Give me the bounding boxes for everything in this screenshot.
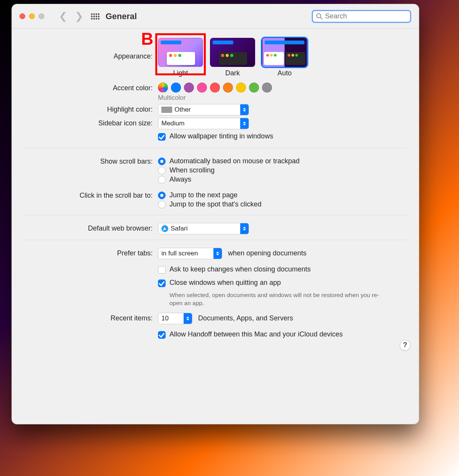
prefer-tabs-popup[interactable]: in full screen <box>158 248 222 259</box>
annotation-letter: B <box>141 29 153 49</box>
highlight-color-label: Highlight color: <box>23 104 158 114</box>
checkbox-icon <box>158 331 166 339</box>
prefer-tabs-value: in full screen <box>161 250 201 257</box>
traffic-lights <box>20 13 44 19</box>
popup-stepper-icon <box>213 248 222 259</box>
scrollbars-radio-always[interactable]: Always <box>158 175 407 184</box>
checkbox-icon <box>158 266 166 274</box>
click-scrollbar-opt-next: Jump to the next page <box>169 191 238 199</box>
sidebar-size-label: Sidebar icon size: <box>23 118 158 127</box>
help-button[interactable]: ? <box>400 340 410 351</box>
accent-swatch-pink[interactable] <box>197 83 207 93</box>
close-windows-checkbox[interactable]: Close windows when quitting an app <box>158 279 281 287</box>
ask-keep-changes-label: Ask to keep changes when closing documen… <box>169 265 311 273</box>
recent-items-value: 10 <box>161 315 172 322</box>
safari-icon <box>161 225 168 232</box>
recent-items-popup[interactable]: 10 <box>158 313 192 324</box>
system-preferences-window: ❮ ❯ General Appearance: <box>11 4 419 424</box>
appearance-caption-dark: Dark <box>210 69 255 77</box>
accent-swatch-red[interactable] <box>210 83 220 93</box>
wallpaper-tinting-checkbox[interactable]: Allow wallpaper tinting in windows <box>158 132 273 141</box>
scrollbars-opt-scrolling: When scrolling <box>169 166 215 174</box>
pane-title: General <box>106 11 137 21</box>
scrollbars-opt-auto: Automatically based on mouse or trackpad <box>169 157 299 165</box>
checkbox-icon <box>158 133 166 141</box>
recent-items-label: Recent items: <box>23 313 158 322</box>
svg-point-0 <box>317 13 321 18</box>
close-windows-label: Close windows when quitting an app <box>169 279 281 287</box>
forward-button[interactable]: ❯ <box>71 10 87 22</box>
checkbox-icon <box>158 279 166 287</box>
accent-swatch-orange[interactable] <box>223 83 233 93</box>
back-button[interactable]: ❮ <box>55 10 71 22</box>
accent-swatch-green[interactable] <box>249 83 259 93</box>
scrollbars-radio-auto[interactable]: Automatically based on mouse or trackpad <box>158 157 407 165</box>
highlight-swatch-icon <box>161 107 172 113</box>
prefer-tabs-suffix: when opening documents <box>228 249 306 257</box>
divider <box>23 240 407 240</box>
close-windows-helptext: When selected, open documents and window… <box>169 291 384 307</box>
click-scrollbar-label: Click in the scroll bar to: <box>23 190 158 200</box>
appearance-label: Appearance: <box>23 38 158 60</box>
appearance-option-auto[interactable]: Auto <box>262 38 307 77</box>
radio-icon <box>158 192 166 199</box>
minimize-window-button[interactable] <box>29 13 35 19</box>
appearance-option-dark[interactable]: Dark <box>210 38 255 77</box>
radio-icon <box>158 201 166 208</box>
accent-swatch-blue[interactable] <box>171 83 181 93</box>
popup-stepper-icon <box>240 118 249 129</box>
show-all-prefs-button[interactable] <box>91 13 99 19</box>
accent-swatch-purple[interactable] <box>184 83 194 93</box>
divider <box>23 215 407 215</box>
highlight-color-value: Other <box>174 106 194 114</box>
appearance-caption-light: Light <box>158 69 203 77</box>
zoom-window-button[interactable] <box>39 13 44 19</box>
highlight-color-popup[interactable]: Other <box>158 104 249 115</box>
radio-icon <box>158 167 166 174</box>
recent-items-suffix: Documents, Apps, and Servers <box>198 314 293 322</box>
handoff-label: Allow Handoff between this Mac and your … <box>169 330 343 338</box>
appearance-thumb-auto <box>262 38 307 67</box>
preferences-body: Appearance: B Light Dark <box>12 29 419 357</box>
close-window-button[interactable] <box>20 13 25 19</box>
default-browser-label: Default web browser: <box>23 223 158 232</box>
accent-color-label: Accent color: <box>23 83 158 92</box>
appearance-option-light[interactable]: Light <box>158 38 203 77</box>
click-scrollbar-opt-spot: Jump to the spot that's clicked <box>169 200 262 208</box>
search-icon <box>316 13 323 20</box>
default-browser-value: Safari <box>171 225 190 232</box>
click-scrollbar-radio-spot[interactable]: Jump to the spot that's clicked <box>158 200 407 208</box>
radio-icon <box>158 176 166 184</box>
scrollbars-radio-scrolling[interactable]: When scrolling <box>158 166 407 174</box>
sidebar-size-value: Medium <box>161 120 187 127</box>
ask-keep-changes-checkbox[interactable]: Ask to keep changes when closing documen… <box>158 265 311 274</box>
scrollbars-label: Show scroll bars: <box>23 156 158 166</box>
appearance-thumb-light <box>158 38 203 67</box>
sidebar-size-popup[interactable]: Medium <box>158 118 249 129</box>
appearance-caption-auto: Auto <box>262 69 307 77</box>
divider <box>23 148 407 148</box>
accent-swatch-yellow[interactable] <box>236 83 246 93</box>
search-field-container[interactable] <box>312 10 411 23</box>
accent-swatch-graphite[interactable] <box>262 83 272 93</box>
wallpaper-tinting-label: Allow wallpaper tinting in windows <box>169 132 273 140</box>
scrollbars-opt-always: Always <box>169 175 191 184</box>
popup-stepper-icon <box>240 223 249 234</box>
svg-line-1 <box>321 17 322 19</box>
radio-icon <box>158 158 166 165</box>
window-toolbar: ❮ ❯ General <box>12 4 419 29</box>
accent-color-caption: Multicolor <box>158 94 407 102</box>
default-browser-popup[interactable]: Safari <box>158 223 249 234</box>
desktop-background: ❮ ❯ General Appearance: <box>0 0 459 476</box>
click-scrollbar-radio-next[interactable]: Jump to the next page <box>158 191 407 199</box>
accent-color-swatches <box>158 83 407 93</box>
prefer-tabs-label: Prefer tabs: <box>23 248 158 257</box>
appearance-thumb-dark <box>210 38 255 67</box>
popup-stepper-icon <box>240 104 249 115</box>
popup-stepper-icon <box>184 313 192 324</box>
accent-swatch-multicolor[interactable] <box>158 83 168 93</box>
search-input[interactable] <box>323 12 415 21</box>
handoff-checkbox[interactable]: Allow Handoff between this Mac and your … <box>158 330 343 339</box>
